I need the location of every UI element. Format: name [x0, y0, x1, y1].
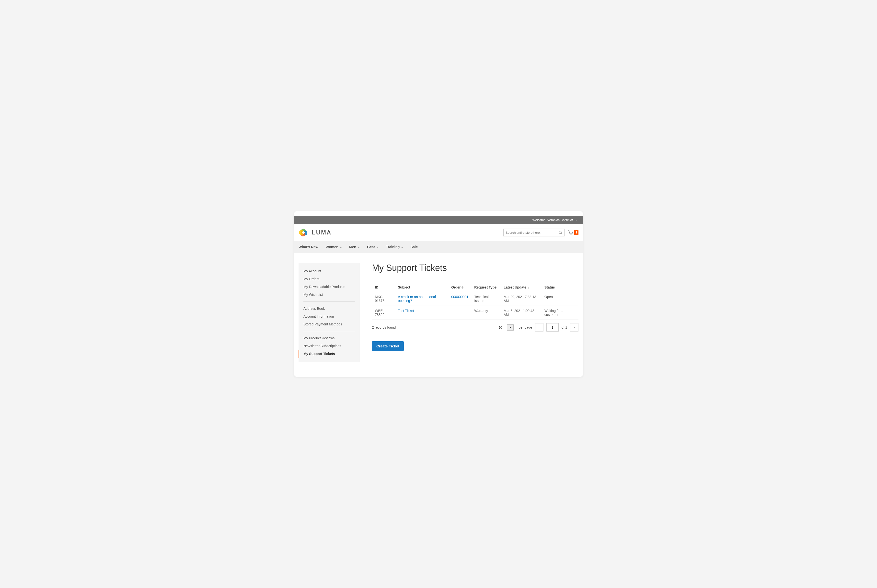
sidebar-item-stored-payment-methods[interactable]: Stored Payment Methods — [299, 320, 360, 328]
svg-line-6 — [561, 233, 562, 234]
welcome-message[interactable]: Welcome, Veronica Costello! ⌄ — [532, 218, 578, 222]
create-ticket-button[interactable]: Create Ticket — [372, 341, 404, 351]
account-sidebar: My AccountMy OrdersMy Downloadable Produ… — [299, 263, 360, 362]
prev-page-button[interactable]: ‹ — [535, 323, 543, 332]
chevron-down-icon: ⌄ — [377, 246, 379, 248]
column-header-status[interactable]: Status — [542, 283, 578, 292]
brand-name: LUMA — [312, 229, 332, 236]
sidebar-item-my-wish-list[interactable]: My Wish List — [299, 291, 360, 298]
nav-item-gear[interactable]: Gear⌄ — [367, 241, 379, 253]
cart-icon — [568, 230, 573, 235]
cart-count-badge: 1 — [574, 230, 578, 235]
chevron-down-icon: ⌄ — [340, 246, 342, 248]
cart-button[interactable]: 1 — [568, 230, 578, 235]
nav-item-women[interactable]: Women⌄ — [326, 241, 342, 253]
sidebar-item-my-orders[interactable]: My Orders — [299, 275, 360, 283]
tickets-table: IDSubjectOrder #Request TypeLatest Updat… — [372, 283, 578, 320]
sidebar-item-my-downloadable-products[interactable]: My Downloadable Products — [299, 283, 360, 291]
ticket-subject: Test Ticket — [395, 306, 448, 320]
ticket-status: Waiting for a customer — [542, 306, 578, 320]
ticket-request-type: Technical Issues — [471, 292, 501, 306]
per-page-dropdown-button[interactable]: ▼ — [507, 324, 514, 330]
table-footer: 2 records found 20 ▼ per page ‹ of 1 › — [372, 323, 578, 332]
main-content: My Support Tickets IDSubjectOrder #Reque… — [372, 263, 578, 362]
page-container: Welcome, Veronica Costello! ⌄ LUMA — [294, 211, 583, 377]
column-header-request-type[interactable]: Request Type — [471, 283, 501, 292]
logo[interactable]: LUMA — [299, 228, 332, 237]
header-right: 1 — [503, 229, 578, 236]
main-nav: What's NewWomen⌄Men⌄Gear⌄Training⌄Sale — [294, 241, 583, 253]
nav-item-training[interactable]: Training⌄ — [386, 241, 403, 253]
svg-point-4 — [302, 231, 305, 234]
column-header-latest-update[interactable]: Latest Update↑ — [501, 283, 542, 292]
ticket-subject-link[interactable]: Test Ticket — [398, 309, 414, 313]
column-header-subject[interactable]: Subject — [395, 283, 448, 292]
chevron-down-icon: ⌄ — [575, 219, 578, 222]
content-area: My AccountMy OrdersMy Downloadable Produ… — [294, 253, 583, 377]
column-header-order-[interactable]: Order # — [448, 283, 471, 292]
sidebar-item-address-book[interactable]: Address Book — [299, 304, 360, 312]
nav-item-men[interactable]: Men⌄ — [349, 241, 360, 253]
ticket-subject-link[interactable]: A crack or an operational opening? — [398, 295, 436, 303]
per-page-value: 20 — [496, 324, 507, 331]
page-total-label: of 1 — [561, 326, 567, 329]
search-input[interactable] — [505, 231, 558, 234]
per-page-select[interactable]: 20 ▼ — [496, 324, 514, 331]
search-icon — [558, 231, 562, 234]
svg-point-7 — [570, 234, 571, 234]
pager: 20 ▼ per page ‹ of 1 › — [496, 323, 578, 332]
svg-point-5 — [559, 231, 561, 234]
nav-item-what-s-new[interactable]: What's New — [299, 241, 318, 253]
page-title: My Support Tickets — [372, 263, 578, 273]
sidebar-separator — [304, 302, 355, 302]
ticket-order — [448, 306, 471, 320]
next-page-button[interactable]: › — [570, 323, 578, 332]
sidebar-item-account-information[interactable]: Account Information — [299, 312, 360, 320]
search-box[interactable] — [503, 229, 564, 236]
nav-item-sale[interactable]: Sale — [411, 241, 418, 253]
per-page-label: per page — [519, 326, 532, 329]
ticket-order: 000000001 — [448, 292, 471, 306]
chevron-down-icon: ⌄ — [358, 246, 360, 248]
sidebar-item-newsletter-subscriptions[interactable]: Newsletter Subscriptions — [299, 342, 360, 350]
sidebar-item-my-account[interactable]: My Account — [299, 267, 360, 275]
ticket-subject: A crack or an operational opening? — [395, 292, 448, 306]
svg-point-8 — [572, 234, 572, 234]
page-number-input[interactable] — [546, 323, 559, 332]
sort-ascending-icon: ↑ — [528, 286, 530, 289]
logo-icon — [299, 228, 308, 237]
ticket-latest-update: Mar 5, 2021 1:09:48 AM — [501, 306, 542, 320]
table-row: MKC-91678A crack or an operational openi… — [372, 292, 578, 306]
ticket-id: WBE-78822 — [372, 306, 395, 320]
header: LUMA 1 — [294, 224, 583, 241]
sidebar-item-my-product-reviews[interactable]: My Product Reviews — [299, 334, 360, 342]
top-bar: Welcome, Veronica Costello! ⌄ — [294, 216, 583, 224]
ticket-id: MKC-91678 — [372, 292, 395, 306]
ticket-order-link[interactable]: 000000001 — [451, 295, 468, 299]
column-header-id[interactable]: ID — [372, 283, 395, 292]
chevron-down-icon: ⌄ — [401, 246, 403, 248]
welcome-text: Welcome, Veronica Costello! — [532, 218, 573, 222]
ticket-status: Open — [542, 292, 578, 306]
table-row: WBE-78822Test TicketWarrantyMar 5, 2021 … — [372, 306, 578, 320]
sidebar-item-my-support-tickets[interactable]: My Support Tickets — [299, 350, 360, 358]
ticket-request-type: Warranty — [471, 306, 501, 320]
records-found-label: 2 records found — [372, 326, 396, 329]
ticket-latest-update: Mar 29, 2021 7:33:13 AM — [501, 292, 542, 306]
